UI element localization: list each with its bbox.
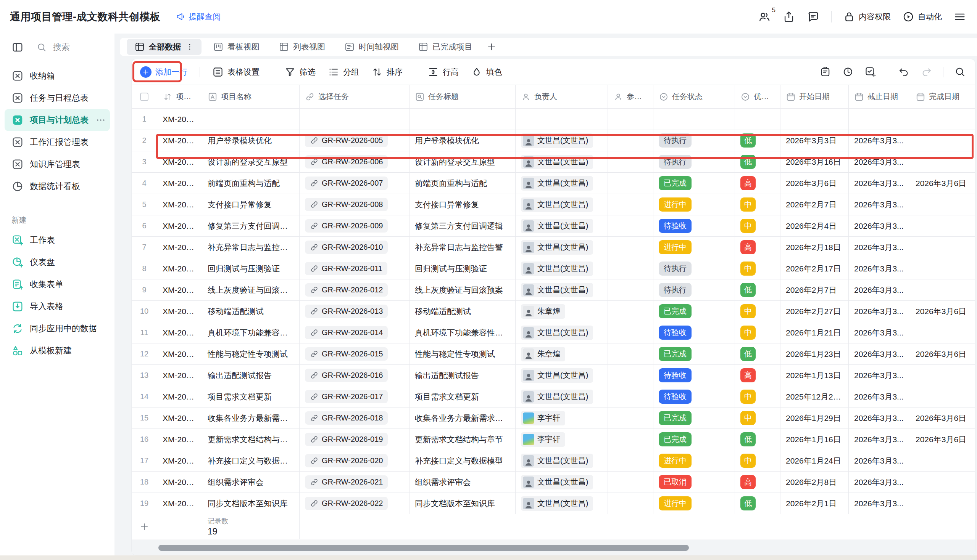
cell-owner[interactable] — [515, 108, 608, 130]
cell-participants[interactable] — [608, 130, 653, 151]
cell-done-date[interactable] — [910, 108, 975, 130]
column-header-4[interactable]: 负责人 — [515, 85, 608, 108]
cell-task-title[interactable]: 组织需求评审会 — [410, 472, 515, 493]
status-badge[interactable]: 待执行 — [659, 133, 691, 148]
sidebar-new-item-1[interactable]: 仪表盘 — [0, 251, 114, 273]
cell-task-title[interactable]: 输出适配测试报告 — [410, 365, 515, 386]
cell-priority[interactable]: 低 — [735, 151, 780, 172]
cell-project-name[interactable]: 修复第三方支付回调逻辑 — [202, 215, 299, 237]
automation-button[interactable]: 自动化 — [902, 11, 942, 23]
priority-badge[interactable]: 低 — [740, 155, 756, 169]
cell-done-date[interactable]: 2026年3月6日 — [910, 301, 975, 322]
collaborators-button[interactable]: 5 — [758, 10, 771, 23]
column-header-10[interactable]: 完成日期 — [910, 85, 975, 108]
cell-linked-task[interactable]: GR-RW-2026-015 — [299, 343, 410, 365]
toolbar-item-1-button[interactable]: 表格设置 — [212, 66, 259, 78]
table-row[interactable]: 1 XM-202... — [132, 108, 975, 130]
cell-done-date[interactable]: 2026年3月6日 — [910, 173, 975, 194]
view-tab-2[interactable]: 列表视图 — [271, 38, 333, 56]
view-tab-3[interactable]: 时间轴视图 — [336, 38, 407, 56]
row-number[interactable]: 7 — [132, 237, 157, 258]
row-number[interactable]: 12 — [132, 343, 157, 365]
sidebar-item-5[interactable]: 数据统计看板 — [0, 175, 114, 197]
cell-status[interactable]: 待执行 — [653, 130, 735, 151]
cell-start-date[interactable]: 2026年1月21日 — [780, 322, 849, 343]
cell-status[interactable]: 待验收 — [653, 365, 735, 386]
linked-task-cell[interactable]: GR-RW-2026-018 — [305, 411, 388, 425]
priority-badge[interactable]: 低 — [740, 133, 756, 148]
add-view-button[interactable] — [484, 39, 499, 55]
cell-priority[interactable]: 中 — [735, 258, 780, 279]
cell-project-id[interactable]: XM-202... — [157, 343, 202, 365]
cell-task-title[interactable]: 回归测试与压测验证 — [410, 258, 515, 279]
table-row[interactable]: 3 XM-202... 设计新的登录交互原型 GR-RW-2026-006 设计… — [132, 151, 975, 173]
row-number[interactable]: 9 — [132, 280, 157, 300]
cell-done-date[interactable] — [910, 151, 975, 172]
sidebar-item-0[interactable]: 收纳箱 — [0, 65, 114, 87]
sidebar-new-item-4[interactable]: 同步应用中的数据 — [0, 318, 114, 340]
cell-start-date[interactable]: 2025年12月26日 — [780, 386, 849, 407]
cell-participants[interactable] — [608, 408, 653, 428]
cell-status[interactable]: 待验收 — [653, 215, 735, 237]
cell-linked-task[interactable]: GR-RW-2026-008 — [299, 194, 410, 215]
cell-start-date[interactable]: 2026年1月16日 — [780, 429, 849, 450]
cell-done-date[interactable]: 2026年3月6日 — [910, 343, 975, 365]
person-cell[interactable]: 文世昌(文世昌) — [521, 176, 593, 191]
status-badge[interactable]: 已完成 — [659, 411, 691, 425]
cell-project-name[interactable] — [202, 108, 299, 130]
remind-review-link[interactable]: 提醒查阅 — [176, 12, 221, 22]
cell-task-title[interactable]: 更新需求文档结构与章节 — [410, 429, 515, 450]
sidebar-search-input[interactable]: 搜索 — [53, 42, 70, 53]
cell-due-date[interactable]: 2026年3月3... — [849, 343, 910, 365]
cell-project-id[interactable]: XM-202... — [157, 408, 202, 428]
row-number[interactable]: 4 — [132, 173, 157, 194]
cell-due-date[interactable]: 2026年3月3... — [849, 493, 910, 514]
cell-linked-task[interactable]: GR-RW-2026-010 — [299, 237, 410, 258]
cell-task-title[interactable]: 真机环境下功能兼容性测试 — [410, 322, 515, 343]
sidebar-item-3[interactable]: 工作汇报管理表 — [0, 131, 114, 153]
cell-project-name[interactable]: 支付接口异常修复 — [202, 194, 299, 215]
column-header-9[interactable]: 截止日期 — [849, 85, 910, 108]
cell-task-title[interactable]: 用户登录模块优化 — [410, 130, 515, 151]
cell-task-title[interactable]: 线上灰度验证与回滚预案 — [410, 280, 515, 300]
cell-start-date[interactable]: 2026年2月4日 — [780, 215, 849, 237]
cell-status[interactable]: 待验收 — [653, 322, 735, 343]
status-badge[interactable]: 进行中 — [659, 496, 691, 510]
linked-task-cell[interactable]: GR-RW-2026-007 — [305, 177, 388, 190]
cell-project-name[interactable]: 输出适配测试报告 — [202, 365, 299, 386]
cell-participants[interactable] — [608, 429, 653, 450]
cell-linked-task[interactable]: GR-RW-2026-011 — [299, 258, 410, 279]
cell-owner[interactable]: 文世昌(文世昌) — [515, 130, 608, 151]
cell-due-date[interactable]: 2026年3月3... — [849, 194, 910, 215]
status-badge[interactable]: 待执行 — [659, 283, 691, 297]
cell-done-date[interactable] — [910, 130, 975, 151]
toolbar-item-6-button[interactable]: 填色 — [471, 66, 502, 78]
row-number[interactable]: 15 — [132, 408, 157, 428]
cell-task-title[interactable]: 修复第三方支付回调逻辑 — [410, 215, 515, 237]
view-tab-0[interactable]: 全部数据 — [127, 39, 201, 55]
cell-done-date[interactable]: 2026年3月6日 — [910, 408, 975, 428]
cell-due-date[interactable]: 2026年3月3... — [849, 151, 910, 172]
cell-due-date[interactable]: 2026年3月3... — [849, 386, 910, 407]
cell-participants[interactable] — [608, 386, 653, 407]
cell-task-title[interactable]: 设计新的登录交互原型 — [410, 151, 515, 172]
sidebar-item-2[interactable]: 项目与计划总表 — [5, 109, 110, 131]
view-tab-4[interactable]: 已完成项目 — [410, 38, 480, 56]
cell-start-date[interactable]: 2026年3月3日 — [780, 130, 849, 151]
content-permission-button[interactable]: 内容权限 — [843, 11, 891, 23]
table-row[interactable]: 12 XM-202... 性能与稳定性专项测试 GR-RW-2026-015 性… — [132, 343, 975, 365]
person-cell[interactable]: 文世昌(文世昌) — [521, 283, 593, 297]
cell-priority[interactable]: 中 — [735, 322, 780, 343]
table-row[interactable]: 14 XM-202... 项目需求文档更新 GR-RW-2026-017 项目需… — [132, 386, 975, 408]
status-badge[interactable]: 进行中 — [659, 453, 691, 468]
column-header-0[interactable]: 项目ID — [157, 85, 202, 108]
cell-done-date[interactable] — [910, 258, 975, 279]
linked-task-cell[interactable]: GR-RW-2026-006 — [305, 155, 388, 168]
priority-badge[interactable]: 中 — [740, 390, 756, 404]
cell-linked-task[interactable]: GR-RW-2026-006 — [299, 151, 410, 172]
cell-task-title[interactable]: 补充异常日志与监控告警 — [410, 237, 515, 258]
cell-project-id[interactable]: XM-202... — [157, 450, 202, 471]
cell-participants[interactable] — [608, 280, 653, 300]
cell-priority[interactable]: 中 — [735, 450, 780, 471]
cell-start-date[interactable]: 2026年1月23日 — [780, 343, 849, 365]
